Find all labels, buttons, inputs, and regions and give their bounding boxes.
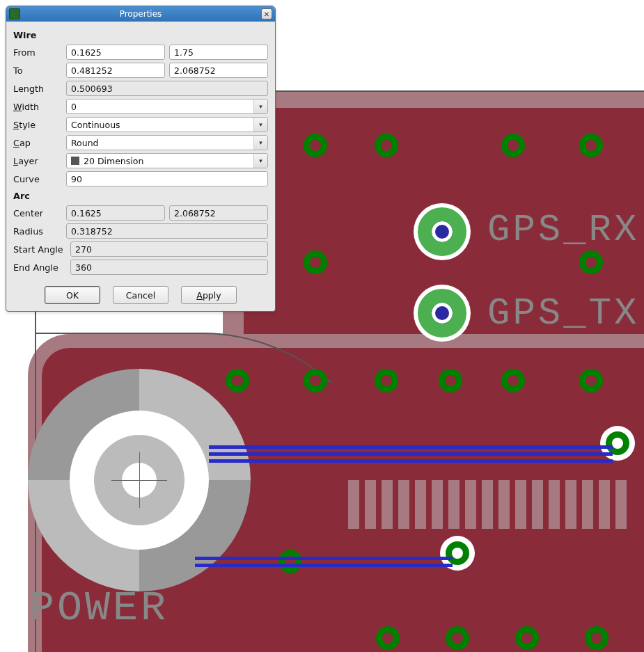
via — [501, 369, 525, 392]
layer-swatch-icon — [71, 157, 79, 165]
label-radius: Radius — [13, 226, 62, 237]
combo-width[interactable]: 0▾ — [66, 99, 268, 114]
via — [501, 134, 525, 157]
via — [439, 369, 462, 392]
via — [304, 134, 327, 157]
via — [579, 251, 603, 274]
section-wire: Wire — [13, 30, 268, 40]
input-curve[interactable]: 90 — [66, 171, 268, 186]
trace — [209, 459, 613, 463]
label-from: From — [13, 47, 62, 58]
via — [585, 626, 608, 650]
apply-button[interactable]: Apply — [181, 286, 237, 304]
via — [375, 369, 398, 392]
trace — [195, 557, 453, 560]
combo-cap[interactable]: Round▾ — [66, 135, 268, 150]
close-icon: ✕ — [264, 10, 269, 18]
label-length: Length — [13, 84, 62, 94]
via — [226, 369, 249, 392]
label-center: Center — [13, 208, 62, 218]
chevron-down-icon[interactable]: ▾ — [253, 118, 267, 132]
label-curve: Curve — [13, 174, 62, 184]
section-arc: Arc — [13, 191, 268, 201]
footprint-comb — [348, 480, 641, 543]
input-from-x[interactable]: 0.1625 — [66, 45, 165, 60]
input-start-angle: 270 — [70, 241, 268, 257]
input-end-angle: 360 — [70, 260, 268, 275]
label-to: To — [13, 65, 62, 76]
via — [515, 626, 539, 650]
input-from-y[interactable]: 1.75 — [169, 45, 268, 60]
via — [278, 550, 302, 573]
trace — [209, 452, 613, 456]
title-bar[interactable]: Properties ✕ — [6, 6, 275, 22]
label-width: Width — [13, 102, 62, 112]
silk-text-gps-rx: GPS_RX — [487, 209, 639, 251]
via — [375, 134, 398, 157]
label-end-angle: End Angle — [13, 262, 66, 273]
input-radius: 0.318752 — [66, 223, 268, 239]
chevron-down-icon[interactable]: ▾ — [253, 136, 267, 150]
via — [446, 541, 469, 565]
window-title: Properties — [120, 9, 162, 19]
chevron-down-icon[interactable]: ▾ — [253, 154, 267, 168]
label-style: Style — [13, 120, 62, 130]
input-center-y: 2.068752 — [169, 205, 268, 221]
label-layer: Layer — [13, 156, 62, 166]
app-icon — [9, 8, 20, 19]
close-button[interactable]: ✕ — [261, 8, 272, 19]
silk-text-gps-tx: GPS_TX — [487, 292, 639, 335]
input-length: 0.500693 — [66, 81, 268, 96]
via — [304, 251, 327, 274]
input-to-x[interactable]: 0.481252 — [66, 63, 165, 78]
pad — [418, 289, 466, 337]
chevron-down-icon[interactable]: ▾ — [253, 100, 267, 113]
pad — [418, 207, 466, 256]
trace — [209, 445, 613, 449]
label-start-angle: Start Angle — [13, 244, 66, 255]
via — [304, 369, 327, 392]
via — [606, 431, 629, 455]
via — [446, 626, 469, 650]
properties-dialog: Properties ✕ Wire From 0.1625 1.75 To 0.… — [6, 6, 276, 312]
label-cap: Cap — [13, 138, 62, 148]
trace — [195, 564, 453, 567]
combo-layer[interactable]: 20 Dimension ▾ — [66, 153, 268, 168]
via — [579, 134, 603, 157]
combo-style[interactable]: Continuous▾ — [66, 117, 268, 132]
silk-text-power: POWER — [29, 585, 168, 632]
input-center-x: 0.1625 — [66, 205, 165, 221]
input-to-y[interactable]: 2.068752 — [169, 63, 268, 78]
via — [579, 369, 603, 392]
cancel-button[interactable]: Cancel — [113, 286, 168, 304]
ok-button[interactable]: OK — [45, 286, 100, 304]
via — [376, 626, 400, 650]
